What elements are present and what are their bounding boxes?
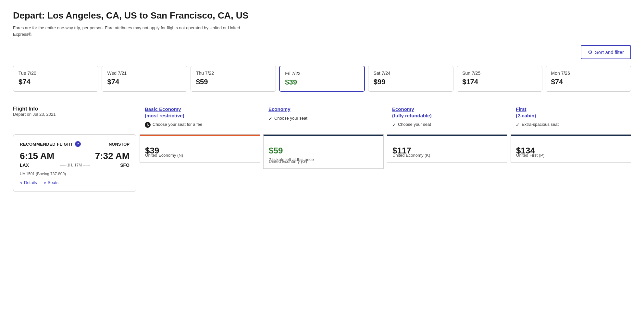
fare-feature-eco-refund: ✓ Choose your seat [392,122,502,127]
accent-bar [511,135,631,136]
fare-feature-first: ✓ Extra-spacious seat [516,122,626,127]
fare-header-first: First(2-cabin) ✓ Extra-spacious seat [511,102,631,132]
origin-code: LAX [20,163,29,168]
route-info: - - - - - - 1H, 17M - - - - - - [29,163,120,167]
accent-bar [140,135,260,136]
dollar-icon: $ [145,122,151,128]
flight-info-header: Flight Info Depart on Jul 23, 2021 [13,102,136,132]
info-icon[interactable]: ? [75,141,81,147]
depart-time: 6:15 AM [20,151,54,161]
sort-filter-button[interactable]: ⚙ Sort and filter [581,45,631,59]
fare-class-label: United Economy (N) [145,153,183,158]
fare-header-economy: Economy ✓ Choose your seat [263,102,384,132]
date-card-1[interactable]: Wed 7/21 $74 [102,66,187,92]
date-price: $99 [374,78,448,86]
date-label: Mon 7/26 [551,71,625,76]
recommended-tag: RECOMMENDED FLIGHT ? [20,141,81,147]
flight-links: ∨ Details ∨ Seats [20,180,130,185]
date-label: Wed 7/21 [107,71,181,76]
flight-info-title: Flight Info [13,106,136,112]
date-price: $74 [107,78,181,86]
date-price: $59 [196,78,270,86]
fare-title-eco-refund[interactable]: Economy(fully refundable) [392,106,502,119]
price-cell-eco-refund[interactable]: $117 United Economy (K) [387,134,507,163]
date-price: $39 [285,78,359,86]
fare-title-economy[interactable]: Economy [268,106,378,112]
price-cell-basic[interactable]: $39 United Economy (N) [140,134,260,163]
fare-class-label: United Economy (K) [392,153,430,158]
price-cell-first[interactable]: $134 United First (P) [511,134,631,163]
date-price: $174 [462,78,537,86]
nonstop-tag: NONSTOP [109,142,130,147]
date-card-2[interactable]: Thu 7/22 $59 [191,66,276,92]
flight-card: RECOMMENDED FLIGHT ? NONSTOP 6:15 AM 7:3… [13,134,136,192]
fare-header-basic: Basic Economy(most restrictive) $ Choose… [140,102,260,132]
flight-duration: 1H, 17M [67,163,82,167]
date-card-0[interactable]: Tue 7/20 $74 [13,66,98,92]
date-card-3[interactable]: Fri 7/23 $39 [279,66,365,92]
accent-bar [264,135,383,136]
aircraft-info: UA 1501 (Boeing 737-800) [20,172,130,176]
fare-feature-economy: ✓ Choose your seat [268,116,378,121]
check-icon: ✓ [268,116,272,121]
fare-title-basic[interactable]: Basic Economy(most restrictive) [145,106,255,119]
fare-title-first[interactable]: First(2-cabin) [516,106,626,119]
price-value: $59 [269,146,378,156]
date-selector: Tue 7/20 $74 Wed 7/21 $74 Thu 7/22 $59 F… [13,66,631,92]
date-label: Sat 7/24 [374,71,448,76]
page-subtitle: Fares are for the entire one-way trip, p… [13,25,240,37]
check-icon: ✓ [392,122,396,127]
page-title: Depart: Los Angeles, CA, US to San Franc… [13,10,631,21]
check-icon: ✓ [516,122,520,127]
fare-class-label: United First (P) [516,153,544,158]
fare-header-eco-refund: Economy(fully refundable) ✓ Choose your … [387,102,507,132]
date-card-5[interactable]: Sun 7/25 $174 [457,66,542,92]
fare-class-label: United Economy (G) [269,159,307,164]
date-price: $74 [19,78,93,86]
date-label: Tue 7/20 [19,71,93,76]
date-label: Fri 7/23 [285,71,359,76]
sort-filter-label: Sort and filter [595,49,624,55]
price-cell-economy[interactable]: $59 2 tickets left at this price United … [263,134,384,169]
date-label: Sun 7/25 [462,71,537,76]
chevron-down-icon: ∨ [43,180,46,185]
flight-info-date: Depart on Jul 23, 2021 [13,112,136,117]
recommended-label: RECOMMENDED FLIGHT [20,142,73,147]
date-price: $74 [551,78,625,86]
date-label: Thu 7/22 [196,71,270,76]
fare-feature-basic: $ Choose your seat for a fee [145,122,255,128]
arrive-time: 7:32 AM [95,151,130,161]
destination-code: SFO [120,163,130,168]
accent-bar [387,135,507,136]
details-link[interactable]: ∨ Details [20,180,37,185]
chevron-down-icon: ∨ [20,180,23,185]
seats-link[interactable]: ∨ Seats [43,180,58,185]
date-card-4[interactable]: Sat 7/24 $99 [368,66,453,92]
filter-icon: ⚙ [588,49,592,55]
date-card-6[interactable]: Mon 7/26 $74 [546,66,631,92]
